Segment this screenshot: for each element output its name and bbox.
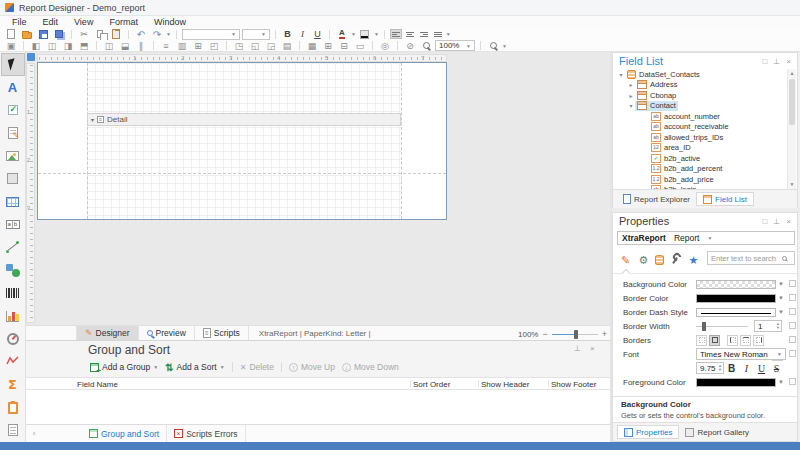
tool-sparkline[interactable] xyxy=(1,350,25,373)
chevron-left-icon[interactable]: ‹ xyxy=(28,429,40,438)
strikeout-style-button[interactable]: S xyxy=(769,363,784,374)
property-value[interactable] xyxy=(696,334,786,346)
chevron-down-icon[interactable]: ▼ xyxy=(776,281,786,287)
tree-item-b2b_active[interactable]: b2b_active xyxy=(613,153,788,164)
property-option-box[interactable] xyxy=(789,294,796,301)
menu-item-window[interactable]: Window xyxy=(146,17,194,27)
zoom-slider[interactable] xyxy=(552,334,598,335)
property-option-box[interactable] xyxy=(789,350,796,357)
new-icon[interactable] xyxy=(4,29,18,40)
property-option-box[interactable] xyxy=(789,280,796,287)
tool-page-info[interactable] xyxy=(1,419,25,442)
maximize-icon[interactable]: □ xyxy=(763,217,768,226)
pin-icon[interactable]: ⊥ xyxy=(574,344,581,353)
close-icon[interactable]: × xyxy=(786,217,791,226)
property-option-box[interactable] xyxy=(789,308,796,315)
chevron-down-icon[interactable]: ▼ xyxy=(776,379,786,385)
border-width-spinner[interactable]: 1▲▼ xyxy=(754,320,782,332)
tab-scripts[interactable]: Scripts xyxy=(195,326,249,340)
tree-item-b2b_add_price[interactable]: b2b_add_price xyxy=(613,174,788,185)
property-value[interactable]: ▼ xyxy=(696,278,786,290)
border-width-slider[interactable] xyxy=(696,326,748,327)
tool-shape[interactable] xyxy=(1,259,25,282)
cut-icon[interactable] xyxy=(77,29,91,40)
make-same-width-icon[interactable]: ∥ xyxy=(134,40,148,51)
underline-button[interactable]: U xyxy=(311,29,324,39)
tab-properties[interactable]: Properties xyxy=(617,425,679,439)
background-color-swatch[interactable] xyxy=(696,280,776,289)
column-header-sort-order[interactable]: Sort Order xyxy=(413,380,450,389)
collapse-icon[interactable]: ▾ xyxy=(617,71,625,78)
mag-icon[interactable] xyxy=(486,40,500,51)
select-component-icon[interactable]: ▣ xyxy=(4,40,18,51)
align-justify-icon[interactable] xyxy=(432,29,444,39)
border-dash-style-swatch[interactable] xyxy=(696,308,776,317)
bold-style-button[interactable]: B xyxy=(724,363,739,374)
align-right-edges-icon[interactable]: ◨ xyxy=(61,40,75,51)
add-a-sort-button[interactable]: Add a Sort▼ xyxy=(163,362,227,373)
property-value[interactable]: ▼ xyxy=(696,376,786,388)
italic-style-button[interactable]: I xyxy=(739,363,754,374)
spinner-arrows-icon[interactable]: ▲▼ xyxy=(718,364,723,372)
copy-icon[interactable] xyxy=(93,29,107,40)
tool-pivot-grid[interactable]: Σ xyxy=(1,373,25,396)
tool-chart[interactable] xyxy=(1,305,25,328)
decrease-horizontal-spacing-icon[interactable]: ◳ xyxy=(232,40,246,51)
align-left-edges-icon[interactable]: ◧ xyxy=(29,40,43,51)
tree-item-account_receivable[interactable]: account_receivable xyxy=(613,122,788,133)
favorites-star-icon[interactable] xyxy=(687,253,700,267)
chevron-down-icon[interactable]: ▼ xyxy=(166,31,171,37)
mag-icon[interactable] xyxy=(419,40,433,51)
add-a-group-button[interactable]: Add a Group▼ xyxy=(88,362,160,372)
property-value[interactable]: ▼ xyxy=(696,306,786,318)
decrease-vertical-spacing-icon[interactable]: ▦ xyxy=(305,40,319,51)
move-down-button[interactable]: Move Down xyxy=(340,362,401,372)
column-header-show-footer[interactable]: Show Footer xyxy=(551,380,596,389)
expand-icon[interactable]: ▸ xyxy=(627,92,635,99)
zoom-combo[interactable]: 100%▼ xyxy=(435,40,475,51)
menu-item-view[interactable]: View xyxy=(66,17,101,27)
chevron-down-icon[interactable]: ▼ xyxy=(776,295,786,301)
align-horizontal-centers-icon[interactable]: ◫ xyxy=(45,40,59,51)
maximize-icon[interactable]: □ xyxy=(763,57,768,66)
tree-item-dataset_contacts[interactable]: ▾DataSet_Contacts xyxy=(613,69,788,80)
italic-button[interactable]: I xyxy=(296,29,309,39)
border-toggle-button[interactable] xyxy=(727,335,738,346)
border-color-swatch[interactable] xyxy=(696,294,776,303)
bring-to-front-icon[interactable]: ◎ xyxy=(378,40,392,51)
make-same-height-icon[interactable]: ≡ xyxy=(159,40,173,51)
zoom-slider-thumb[interactable] xyxy=(574,330,578,339)
tab-report-explorer[interactable]: Report Explorer xyxy=(617,192,696,206)
tool-table[interactable] xyxy=(1,190,25,213)
undo-icon[interactable] xyxy=(134,29,148,40)
tree-item-allowed_trips_ids[interactable]: allowed_trips_IDs xyxy=(613,132,788,143)
font-name-combo[interactable]: ▼ xyxy=(182,29,240,40)
equal-horizontal-spacing-icon[interactable]: ⊞ xyxy=(191,40,205,51)
tree-item-contact[interactable]: ▾Contact xyxy=(613,101,788,112)
equal-vertical-spacing-icon[interactable]: ◲ xyxy=(264,40,278,51)
close-icon[interactable]: × xyxy=(786,57,791,66)
expand-icon[interactable]: ▸ xyxy=(627,81,635,88)
center-horizontally-icon[interactable]: ⊟ xyxy=(337,40,351,51)
paste-icon[interactable] xyxy=(109,29,123,40)
tool-pointer[interactable] xyxy=(1,53,25,76)
property-option-box[interactable] xyxy=(789,336,796,343)
spinner-arrows-icon[interactable]: ▲▼ xyxy=(776,322,781,330)
border-toggle-button[interactable] xyxy=(740,335,751,346)
remove-vertical-spacing-icon[interactable]: ⊞ xyxy=(321,40,335,51)
zoom-out-button[interactable]: − xyxy=(542,329,547,339)
collapse-icon[interactable]: ▾ xyxy=(627,102,635,109)
tree-item-address[interactable]: ▸Address xyxy=(613,80,788,91)
tool-gauge[interactable] xyxy=(1,328,25,351)
move-up-button[interactable]: Move Up xyxy=(287,362,337,372)
tree-item-b2b_add_percent[interactable]: b2b_add_percent xyxy=(613,164,788,175)
data-database-icon[interactable] xyxy=(655,255,664,265)
design-surface[interactable]: 1234567 123 ▾ Detail xyxy=(26,52,610,325)
column-header-field-name[interactable]: Field Name xyxy=(77,380,118,389)
appearance-brush-icon[interactable] xyxy=(619,253,632,267)
chevron-down-icon[interactable]: ▼ xyxy=(374,31,379,37)
font-size-combo[interactable]: ▼ xyxy=(242,29,270,40)
property-option-box[interactable] xyxy=(789,378,796,385)
font-size-spinner[interactable]: 9.75▲▼ xyxy=(696,362,724,374)
align-bottom-edges-icon[interactable]: ⬓ xyxy=(118,40,132,51)
